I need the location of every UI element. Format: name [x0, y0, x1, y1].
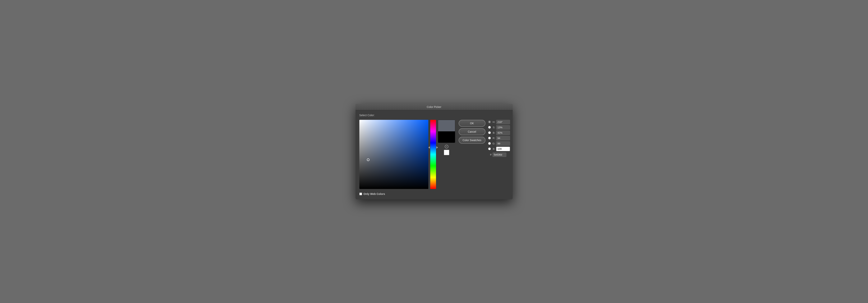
b2-field-row: B: — [488, 147, 513, 151]
s-input[interactable] — [496, 125, 510, 130]
b-label: B: — [492, 131, 495, 134]
buttons-area: OK Cancel Color Swatches — [459, 120, 486, 144]
b2-input[interactable] — [496, 147, 510, 151]
r-field-row: R: — [488, 136, 513, 140]
h-label: H: — [492, 120, 495, 123]
fields-columns: H: S: B: — [487, 120, 513, 157]
hex-input[interactable] — [493, 153, 506, 157]
g-label: G: — [492, 142, 495, 145]
g-input[interactable] — [496, 141, 510, 146]
select-color-label: Select Color: — [359, 114, 509, 117]
color-field-wrap[interactable] — [359, 120, 428, 189]
b2-label: B: — [492, 147, 495, 150]
web-colors-checkbox[interactable] — [359, 193, 362, 195]
color-picker-dialog: Color Picker Select Color: — [355, 104, 513, 199]
hex-row: # — [488, 153, 513, 157]
hue-slider[interactable] — [430, 120, 436, 189]
b-input[interactable] — [496, 131, 510, 135]
color-preview-box — [438, 120, 455, 143]
hex-label: # — [488, 153, 492, 156]
ok-button[interactable]: OK — [459, 120, 486, 127]
g-field-row: G: — [488, 141, 513, 146]
preview-area: ⨀ — [438, 120, 455, 155]
s-radio[interactable] — [488, 126, 491, 129]
color-swatches-button[interactable]: Color Swatches — [459, 137, 486, 144]
dialog-body: Select Color: — [355, 110, 513, 199]
h-field-row: H: — [488, 120, 513, 124]
r-label: R: — [492, 137, 495, 140]
b2-radio[interactable] — [488, 147, 491, 150]
hue-slider-arrow-left — [428, 146, 430, 148]
dialog-titlebar: Color Picker — [355, 104, 513, 110]
white-swatch[interactable] — [444, 150, 449, 155]
cube-icon: ⨀ — [445, 144, 448, 148]
hue-slider-arrow-right — [436, 146, 438, 148]
color-preview-old — [438, 131, 455, 143]
s-label: S: — [492, 126, 495, 129]
color-preview-new — [438, 120, 455, 131]
color-field-black — [359, 120, 428, 189]
h-radio[interactable] — [488, 120, 491, 123]
main-area: ⨀ OK Cancel Color Swatches H: — [359, 120, 509, 189]
cancel-button[interactable]: Cancel — [459, 128, 486, 135]
g-radio[interactable] — [488, 142, 491, 145]
h-input[interactable] — [496, 120, 510, 124]
hue-slider-wrap[interactable] — [430, 120, 436, 189]
color-field[interactable] — [359, 120, 428, 189]
web-colors-label: Only Web Colors — [364, 192, 385, 195]
b-field-row: B: — [488, 131, 513, 135]
s-field-row: S: — [488, 125, 513, 130]
web-colors-row: Only Web Colors — [359, 192, 509, 195]
r-input[interactable] — [496, 136, 510, 140]
dialog-title: Color Picker — [427, 105, 441, 109]
hsb-rgb-fields: H: S: B: — [488, 120, 513, 157]
right-panel: H: S: B: — [487, 120, 513, 157]
b-radio[interactable] — [488, 131, 491, 134]
r-radio[interactable] — [488, 137, 491, 139]
